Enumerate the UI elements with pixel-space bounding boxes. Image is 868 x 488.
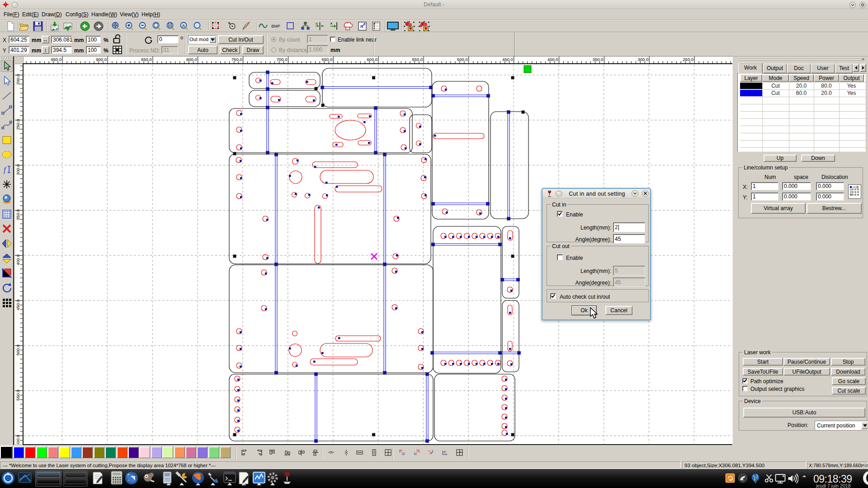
svg-text:450.0: 450.0 — [15, 300, 20, 310]
svg-text:400.0: 400.0 — [15, 254, 20, 265]
svg-text:400.0: 400.0 — [547, 57, 558, 62]
svg-text:750.0: 750.0 — [231, 57, 242, 62]
svg-text:300.0: 300.0 — [15, 164, 20, 175]
svg-text:f: f — [4, 165, 7, 174]
svg-text:300.0: 300.0 — [637, 57, 648, 62]
svg-text:450.0: 450.0 — [502, 57, 513, 62]
svg-text:850.0: 850.0 — [141, 57, 152, 62]
svg-text:900.0: 900.0 — [96, 57, 107, 62]
svg-text:600.0: 600.0 — [367, 57, 377, 62]
svg-text:550.0: 550.0 — [412, 57, 423, 62]
svg-text:550.0: 550.0 — [15, 390, 20, 401]
svg-text:A: A — [182, 23, 185, 28]
svg-text:250.0: 250.0 — [15, 119, 20, 130]
svg-text:600.0: 600.0 — [15, 435, 20, 444]
svg-text:950.0: 950.0 — [51, 57, 61, 62]
svg-text:500.0: 500.0 — [15, 345, 20, 356]
svg-text:350.0: 350.0 — [593, 57, 604, 62]
svg-text:350.0: 350.0 — [15, 209, 20, 220]
svg-text:700.0: 700.0 — [277, 57, 288, 62]
svg-text:650.0: 650.0 — [322, 57, 333, 62]
svg-text:500.0: 500.0 — [457, 57, 468, 62]
svg-text:200.0: 200.0 — [15, 74, 20, 85]
svg-text:800.0: 800.0 — [186, 57, 197, 62]
svg-text:BMP: BMP — [271, 24, 280, 28]
svg-text:250.0: 250.0 — [683, 57, 693, 62]
